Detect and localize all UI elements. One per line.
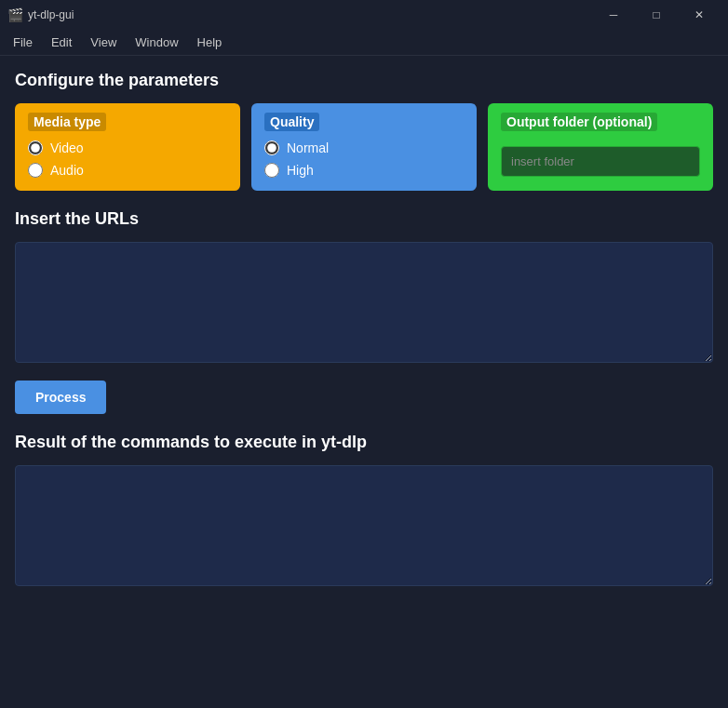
media-audio-option[interactable]: Audio [28,163,227,178]
urls-section: Insert the URLs [15,209,713,366]
output-folder-card: Output folder (optional) [488,103,713,191]
menu-edit[interactable]: Edit [42,32,81,53]
media-type-card: Media type Video Audio [15,103,240,191]
media-audio-radio[interactable] [28,163,43,178]
close-button[interactable]: ✕ [678,0,721,30]
main-content: Configure the parameters Media type Vide… [0,56,728,708]
quality-card: Quality Normal High [251,103,477,191]
minimize-button[interactable]: ─ [592,0,635,30]
cards-row: Media type Video Audio Quality Normal [15,103,713,191]
output-folder-label: Output folder (optional) [501,113,657,131]
quality-options: Normal High [264,140,464,178]
app-title: yt-dlp-gui [28,8,592,21]
urls-title: Insert the URLs [15,209,713,229]
quality-label: Quality [264,113,319,131]
result-section: Result of the commands to execute in yt-… [15,433,713,589]
quality-high-radio[interactable] [264,163,279,178]
media-audio-label: Audio [50,163,84,178]
result-title: Result of the commands to execute in yt-… [15,433,713,452]
menu-view[interactable]: View [81,32,126,53]
media-type-options: Video Audio [28,140,227,178]
media-type-label: Media type [28,113,106,131]
titlebar: 🎬 yt-dlp-gui ─ □ ✕ [0,0,728,30]
quality-high-option[interactable]: High [264,163,464,178]
process-button[interactable]: Process [15,381,106,414]
media-video-option[interactable]: Video [28,140,227,155]
maximize-button[interactable]: □ [635,0,678,30]
menu-help[interactable]: Help [188,32,232,53]
result-textarea[interactable] [15,465,713,586]
quality-normal-label: Normal [287,140,329,155]
quality-high-label: High [287,163,314,178]
media-video-radio[interactable] [28,140,43,155]
menubar: File Edit View Window Help [0,30,728,56]
app-icon: 🎬 [7,7,22,22]
menu-file[interactable]: File [4,32,42,53]
configure-title: Configure the parameters [15,71,713,90]
output-folder-input[interactable] [501,146,700,177]
menu-window[interactable]: Window [126,32,187,53]
quality-normal-radio[interactable] [264,140,279,155]
urls-textarea[interactable] [15,242,713,363]
media-video-label: Video [50,140,84,155]
window-controls: ─ □ ✕ [592,0,721,30]
quality-normal-option[interactable]: Normal [264,140,464,155]
